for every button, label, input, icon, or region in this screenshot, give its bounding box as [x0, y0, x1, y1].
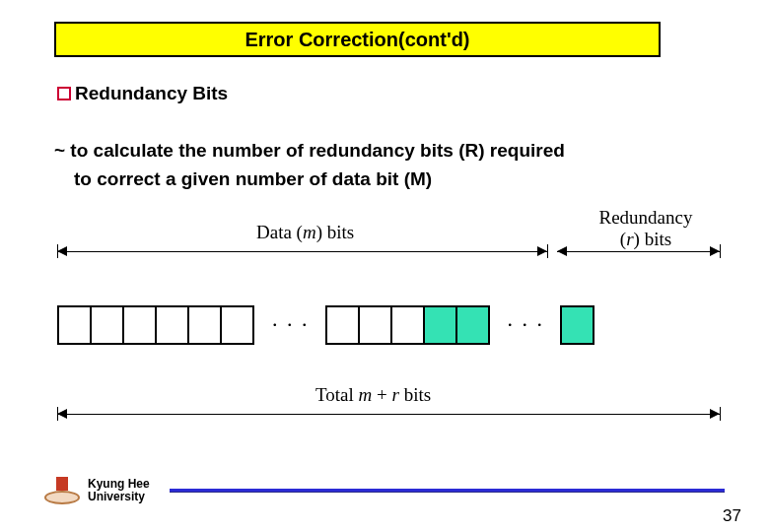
- data-bit-cell: [90, 305, 124, 345]
- redundancy-bits-label: Redundancy (r) bits: [572, 207, 720, 250]
- university-logo-icon: [44, 477, 80, 504]
- total-r: r: [391, 384, 398, 405]
- university-name: Kyung Hee University: [88, 478, 150, 503]
- tick-mark: [547, 244, 548, 258]
- redundancy-bit-cell: [560, 305, 594, 345]
- ellipsis-icon: · · ·: [254, 312, 327, 338]
- bits-diagram: Data (m) bits Redundancy (r) bits · · · …: [49, 207, 730, 443]
- data-bit-cell: [390, 305, 425, 345]
- tick-mark: [720, 407, 721, 421]
- red-var-r: r: [626, 229, 633, 249]
- data-prefix: Data (: [256, 222, 303, 242]
- page-number: 37: [723, 506, 741, 526]
- uni-line1: Kyung Hee: [88, 477, 150, 491]
- total-bits-label: Total m + r bits: [315, 384, 431, 406]
- data-bit-cell: [358, 305, 392, 345]
- total-span-arrow: [57, 414, 720, 415]
- redundancy-span-arrow: [557, 251, 720, 252]
- bullet-row: Redundancy Bits: [57, 83, 228, 104]
- tick-mark: [720, 244, 721, 258]
- data-span-arrow: [57, 251, 547, 252]
- slide-title-bar: Error Correction(cont'd): [54, 22, 661, 57]
- redundancy-bit-cell: [423, 305, 457, 345]
- ellipsis-icon: · · ·: [490, 312, 563, 338]
- red-line1: Redundancy: [599, 207, 693, 228]
- body-line-1: ~ to calculate the number of redundancy …: [54, 140, 565, 161]
- total-prefix: Total: [315, 384, 359, 405]
- bullet-square-icon: [57, 87, 71, 100]
- data-bit-cell: [155, 305, 189, 345]
- data-bit-cell: [122, 305, 157, 345]
- data-bit-cell: [220, 305, 254, 345]
- total-plus: +: [372, 384, 391, 405]
- redundancy-bit-cell: [455, 305, 490, 345]
- bullet-text: Redundancy Bits: [75, 83, 228, 104]
- slide-title: Error Correction(cont'd): [245, 29, 469, 51]
- footer-divider: [170, 489, 725, 493]
- body-line-2: to correct a given number of data bit (M…: [54, 165, 685, 193]
- red-suffix: ) bits: [634, 229, 672, 249]
- body-text: ~ to calculate the number of redundancy …: [54, 136, 685, 194]
- bit-cells-row: · · · · · ·: [57, 305, 594, 345]
- data-bit-cell: [57, 305, 92, 345]
- data-bit-cell: [325, 305, 360, 345]
- total-suffix: bits: [399, 384, 431, 405]
- data-var-m: m: [303, 222, 316, 242]
- total-m: m: [359, 384, 373, 405]
- footer: Kyung Hee University: [44, 471, 734, 510]
- uni-line2: University: [88, 490, 145, 503]
- data-bits-label: Data (m) bits: [256, 222, 354, 243]
- data-bit-cell: [187, 305, 222, 345]
- data-suffix: ) bits: [316, 222, 355, 242]
